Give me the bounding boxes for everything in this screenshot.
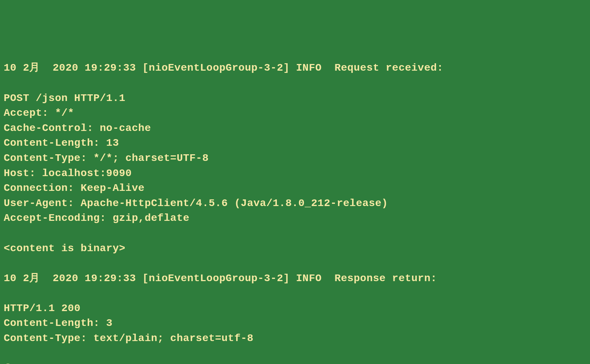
terminal-line: Accept: */* — [4, 106, 586, 121]
terminal-line — [4, 76, 586, 91]
terminal-line: POST /json HTTP/1.1 — [4, 91, 586, 106]
terminal-line: Content-Type: */*; charset=UTF-8 — [4, 151, 586, 166]
terminal-line — [4, 256, 586, 271]
terminal-line: Accept-Encoding: gzip,deflate — [4, 211, 586, 226]
terminal-line: HTTP/1.1 200 — [4, 301, 586, 316]
terminal-line: Content-Type: text/plain; charset=utf-8 — [4, 331, 586, 346]
terminal-line: foo — [4, 361, 586, 364]
terminal-line: Cache-Control: no-cache — [4, 121, 586, 136]
terminal-line: Content-Length: 3 — [4, 316, 586, 331]
terminal-line: User-Agent: Apache-HttpClient/4.5.6 (Jav… — [4, 196, 586, 211]
terminal-line — [4, 286, 586, 301]
terminal-line: 10 2月 2020 19:29:33 [nioEventLoopGroup-3… — [4, 61, 586, 76]
terminal-line: Host: localhost:9090 — [4, 166, 586, 181]
terminal-line: Connection: Keep-Alive — [4, 181, 586, 196]
terminal-line: Content-Length: 13 — [4, 136, 586, 151]
terminal-output: 10 2月 2020 19:29:33 [nioEventLoopGroup-3… — [4, 61, 586, 364]
terminal-line: 10 2月 2020 19:29:33 [nioEventLoopGroup-3… — [4, 271, 586, 286]
terminal-line — [4, 346, 586, 361]
terminal-line — [4, 226, 586, 241]
terminal-line: <content is binary> — [4, 241, 586, 256]
